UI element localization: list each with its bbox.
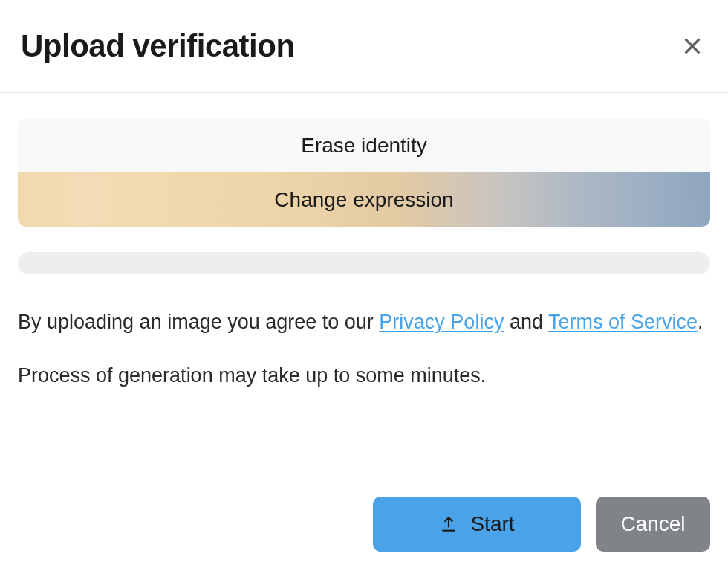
option-label: Erase identity (301, 134, 427, 158)
modal-footer: Start Cancel (0, 471, 728, 565)
option-list: Erase identity Change expression (18, 118, 710, 227)
generation-note: Process of generation may take up to som… (18, 361, 710, 391)
cancel-button[interactable]: Cancel (596, 497, 710, 552)
option-erase-identity[interactable]: Erase identity (18, 118, 710, 172)
close-icon (680, 34, 704, 58)
option-change-expression[interactable]: Change expression (18, 172, 710, 227)
modal-body: Erase identity Change expression By uplo… (0, 93, 728, 471)
agreement-text: By uploading an image you agree to our P… (18, 307, 710, 338)
terms-of-service-link[interactable]: Terms of Service (548, 311, 698, 333)
placeholder-bar (18, 252, 710, 274)
agreement-suffix: . (698, 311, 703, 333)
option-label: Change expression (274, 188, 453, 212)
modal-title: Upload verification (21, 28, 295, 64)
privacy-policy-link[interactable]: Privacy Policy (379, 311, 504, 333)
start-button[interactable]: Start (373, 497, 581, 552)
cancel-button-label: Cancel (620, 512, 685, 536)
agreement-middle: and (504, 311, 548, 333)
start-button-label: Start (470, 512, 514, 536)
modal-header: Upload verification (0, 0, 728, 93)
close-button[interactable] (677, 31, 707, 61)
upload-verification-modal: Upload verification Erase identity Chang… (0, 0, 728, 565)
upload-icon (439, 514, 458, 534)
agreement-prefix: By uploading an image you agree to our (18, 311, 379, 333)
